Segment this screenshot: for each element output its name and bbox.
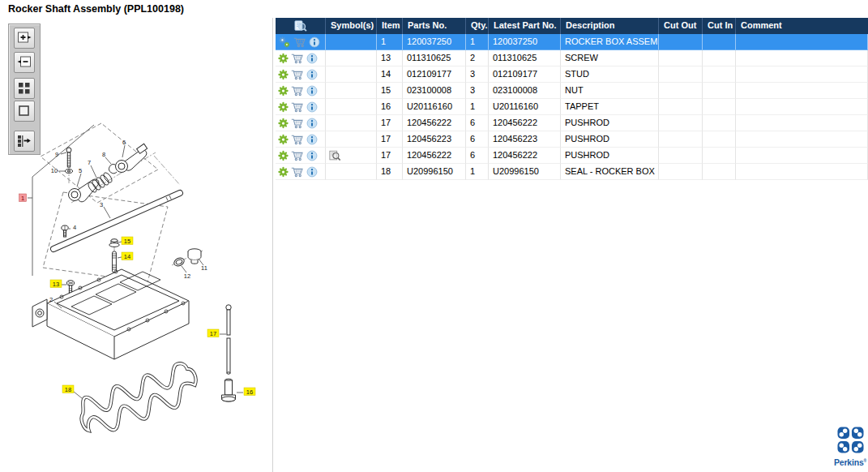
parts-no-cell: 120037250 — [403, 34, 466, 50]
part-info-icon[interactable] — [306, 166, 318, 178]
latest-part-no-cell: 120456222 — [489, 115, 561, 131]
part-info-icon[interactable] — [306, 69, 318, 80]
qty-cell: 6 — [466, 148, 489, 164]
part-config-gear-icon[interactable] — [278, 69, 289, 80]
column-header-description: Description — [561, 18, 659, 34]
part-config-gear-icon[interactable] — [278, 166, 289, 178]
latest-part-no-cell: U20996150 — [489, 164, 561, 180]
fit-view-icon — [16, 103, 32, 119]
part-info-icon[interactable] — [306, 150, 318, 161]
tile-view-icon — [16, 80, 32, 97]
callout-14[interactable]: 14 — [122, 252, 133, 260]
add-to-cart-icon[interactable] — [291, 118, 304, 129]
description-cell: NUT — [561, 83, 659, 99]
part-config-gears-icon[interactable] — [278, 36, 291, 48]
row-actions — [276, 99, 326, 115]
parts-no-cell: U20116160 — [403, 99, 466, 115]
cut-in-cell — [703, 164, 736, 180]
table-row[interactable]: 171204562236120456223PUSHROD — [276, 131, 868, 148]
add-to-cart-icon[interactable] — [291, 69, 304, 80]
cut-in-cell — [703, 99, 736, 115]
svg-text:12: 12 — [184, 272, 190, 280]
table-row[interactable]: 171204562226120456222PUSHROD — [276, 115, 868, 131]
callout-1[interactable]: 1 — [19, 194, 27, 202]
add-to-cart-icon[interactable] — [291, 134, 304, 145]
row-actions — [276, 164, 326, 180]
latest-part-no-cell: 120037250 — [489, 34, 561, 50]
row-actions — [276, 50, 326, 67]
callout-leader-lines — [54, 145, 243, 398]
callout-11[interactable]: 11 — [201, 264, 207, 272]
page-title: Rocker Shaft Assembly (PPL100198) — [8, 3, 184, 15]
column-header-cut-out: Cut Out — [659, 18, 703, 34]
dashed-plane-outlines — [41, 123, 168, 282]
part-info-icon[interactable] — [309, 36, 320, 48]
row-actions — [276, 67, 326, 83]
list-arrow-button[interactable] — [14, 131, 35, 152]
zoom-out-button[interactable] — [14, 52, 35, 73]
part-info-icon[interactable] — [306, 85, 318, 97]
cut-out-cell — [659, 148, 703, 164]
add-to-cart-icon[interactable] — [291, 53, 304, 64]
diagram-panel: 191057863415141112132171816 — [0, 18, 272, 472]
table-row[interactable]: 11200372501120037250ROCKER BOX ASSEMBLY — [276, 34, 868, 50]
callout-17[interactable]: 17 — [207, 329, 219, 337]
callout-16[interactable]: 16 — [244, 388, 255, 396]
description-cell: STUD — [561, 67, 659, 83]
part-info-icon[interactable] — [306, 134, 318, 145]
svg-text:10: 10 — [51, 167, 58, 174]
illustration-search-icon[interactable] — [293, 20, 307, 32]
part-config-gear-icon[interactable] — [278, 134, 289, 145]
part-info-icon[interactable] — [306, 53, 318, 64]
part-config-gear-icon[interactable] — [278, 118, 289, 129]
part-info-icon[interactable] — [306, 101, 318, 113]
cut-in-cell — [703, 83, 736, 99]
callout-6[interactable]: 6 — [122, 139, 126, 146]
add-to-cart-icon[interactable] — [293, 36, 306, 48]
table-row[interactable]: 130113106252011310625SCREW — [276, 50, 868, 67]
symbol-cell — [326, 99, 377, 115]
parts-no-cell: 120456223 — [403, 131, 466, 148]
cut-out-cell — [659, 164, 703, 180]
zoom-in-button[interactable] — [14, 28, 35, 49]
add-to-cart-icon[interactable] — [291, 166, 304, 178]
table-row[interactable]: 140121091773012109177STUD — [276, 67, 868, 83]
callout-10[interactable]: 10 — [51, 167, 58, 174]
item-cell: 14 — [377, 67, 403, 83]
part-info-icon[interactable] — [306, 118, 318, 129]
parts-no-cell: 120456222 — [403, 148, 466, 164]
cut-in-cell — [703, 67, 736, 83]
part-config-gear-icon[interactable] — [278, 53, 289, 64]
table-row[interactable]: 18U209961501U20996150SEAL - ROCKER BOX — [276, 164, 868, 180]
column-header-illustration[interactable] — [276, 18, 326, 34]
callout-7[interactable]: 7 — [88, 159, 91, 166]
tile-view-button[interactable] — [14, 78, 35, 99]
callout-12[interactable]: 12 — [184, 272, 190, 280]
add-to-cart-icon[interactable] — [291, 85, 304, 97]
add-to-cart-icon[interactable] — [291, 150, 304, 161]
perkins-logo-text: Perkins® — [833, 457, 867, 467]
part-config-gear-icon[interactable] — [278, 85, 289, 97]
part-config-gear-icon[interactable] — [278, 150, 289, 161]
callout-13[interactable]: 13 — [50, 280, 62, 288]
qty-cell: 3 — [466, 67, 489, 83]
parts-no-cell: 120456222 — [403, 115, 466, 131]
callout-15[interactable]: 15 — [122, 237, 133, 245]
callout-3[interactable]: 3 — [100, 201, 103, 208]
symbol-cell[interactable] — [326, 148, 377, 164]
symbol-illustration-icon[interactable] — [329, 150, 341, 161]
callout-9[interactable]: 9 — [55, 151, 58, 158]
callout-2[interactable]: 2 — [49, 296, 53, 303]
add-to-cart-icon[interactable] — [291, 101, 304, 113]
table-row[interactable]: 16U201161601U20116160TAPPET — [276, 99, 868, 115]
fit-view-button[interactable] — [14, 101, 35, 122]
callout-4[interactable]: 4 — [73, 224, 76, 231]
callout-18[interactable]: 18 — [62, 385, 74, 393]
part-config-gear-icon[interactable] — [278, 101, 289, 113]
table-row[interactable]: 171204562226120456222PUSHROD — [276, 148, 868, 164]
row-actions — [276, 34, 326, 50]
callout-5[interactable]: 5 — [79, 167, 82, 174]
callout-8[interactable]: 8 — [102, 151, 105, 158]
item-cell: 17 — [377, 131, 403, 148]
table-row[interactable]: 150231000083023100008NUT — [276, 83, 868, 99]
